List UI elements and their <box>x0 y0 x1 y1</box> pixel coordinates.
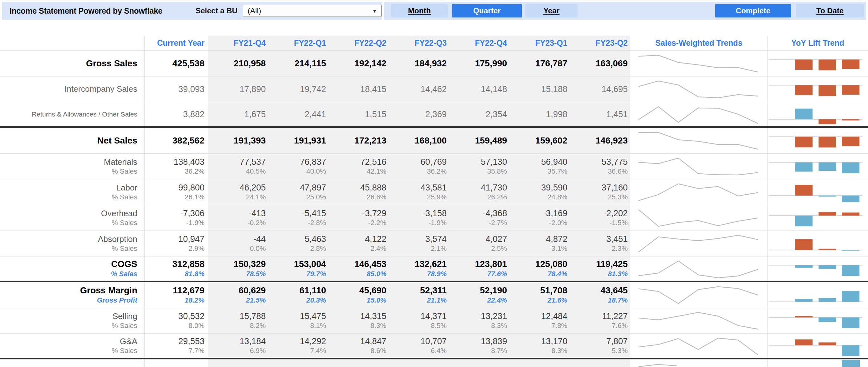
partial-next-row-yoy-bar <box>842 360 860 367</box>
quarter-pct: 7.4% <box>268 346 326 355</box>
quarter-value: 3,451 <box>570 234 628 244</box>
trend-sparkline <box>630 256 768 282</box>
quarter-value-cell: 60,76936.2% <box>389 154 449 179</box>
quarter-value-cell: 146,45385.0% <box>329 256 389 281</box>
quarter-value-cell: 2,441 <box>268 102 329 126</box>
row-label-cell: Selling% Sales <box>0 308 144 333</box>
trend-sparkline <box>630 179 768 205</box>
quarter-value-cell: -5,415-2.8% <box>268 205 329 230</box>
quarter-header: FY23-Q2 <box>570 38 630 48</box>
partial-next-row-sparkline <box>639 364 677 367</box>
current-year-value: 312,858 <box>144 259 205 270</box>
bu-select-label: Select a BU <box>195 2 238 20</box>
quarter-cells: 13,1846.9%14,2927.4%14,8478.6%10,7076.4%… <box>208 334 630 358</box>
quarter-header: FY22-Q3 <box>389 38 449 48</box>
quarter-value-cell: 77,53740.5% <box>208 154 268 179</box>
current-year-pct: 26.1% <box>144 193 205 202</box>
to-date-button[interactable]: To Date <box>796 4 864 18</box>
quarter-value-cell: 43,64518.7% <box>570 282 630 308</box>
income-statement-dashboard: Income Statement Powered by Snowflake Se… <box>0 0 868 367</box>
quarter-pct: 5.3% <box>570 346 628 355</box>
quarter-value: 163,069 <box>570 58 628 69</box>
quarter-value: 43,581 <box>389 182 447 193</box>
current-year-value: 382,562 <box>144 135 205 146</box>
quarter-cells: 46,20524.1%47,89725.0%45,88826.6%43,5812… <box>208 179 630 205</box>
quarter-cells: 1,6752,4411,5152,3692,3541,9981,451 <box>208 102 630 126</box>
current-year-value: -7,306 <box>144 208 205 219</box>
year-button[interactable]: Year <box>525 4 578 18</box>
quarter-value: 45,690 <box>329 285 386 296</box>
row-label: Returns & Allowances / Other Sales <box>0 110 137 118</box>
table-row: Selling% Sales30,5328.0%15,7888.2%15,475… <box>0 308 868 334</box>
complete-button[interactable]: Complete <box>715 4 791 18</box>
quarter-value-cell: 1,515 <box>329 102 389 126</box>
quarter-pct: 77.6% <box>449 270 507 278</box>
quarter-pct: 21.1% <box>389 296 447 305</box>
quarter-value: 210,958 <box>208 58 266 69</box>
quarter-value: 61,110 <box>268 285 326 296</box>
quarter-value: 125,080 <box>509 259 567 270</box>
quarter-value: 146,923 <box>570 135 628 146</box>
quarter-value-cell: 123,80177.6% <box>449 256 509 281</box>
sparkline-cell <box>630 205 768 230</box>
trend-sparkline <box>630 231 768 256</box>
quarter-pct: 35.8% <box>449 167 507 176</box>
yoy-bars-cell <box>768 179 868 205</box>
quarter-pct: -2.2% <box>329 219 386 227</box>
quarter-pct: 22.4% <box>449 296 507 305</box>
quarter-button[interactable]: Quarter <box>452 4 522 18</box>
quarter-value: 159,602 <box>509 135 567 146</box>
quarter-value: 72,516 <box>329 157 386 167</box>
quarter-value-cell: 2,354 <box>449 102 509 126</box>
month-button[interactable]: Month <box>391 4 447 18</box>
quarter-pct: 2.3% <box>570 244 628 253</box>
quarter-pct: 42.1% <box>329 167 386 176</box>
trend-sparkline <box>630 102 768 128</box>
quarter-pct: -2.8% <box>268 219 326 227</box>
quarter-value: 53,775 <box>570 157 628 167</box>
current-year-pct: 2.9% <box>144 244 205 253</box>
table-row: Absorption% Sales10,9472.9%-440.0%5,4632… <box>0 231 868 256</box>
quarter-value: 39,590 <box>509 182 567 193</box>
quarter-value-cell: -2,202-1.5% <box>570 205 630 230</box>
quarter-cells: 77,53740.5%76,83740.0%72,51642.1%60,7693… <box>208 154 630 179</box>
current-year-value: 30,532 <box>144 311 205 321</box>
quarter-value-cell: 14,462 <box>389 77 449 102</box>
quarter-value: -5,415 <box>268 208 326 219</box>
quarter-cells: 210,958214,115192,142184,932175,990176,7… <box>208 51 630 76</box>
quarter-value-cell: 5,4632.8% <box>268 231 329 256</box>
row-sublabel: % Sales <box>0 193 137 202</box>
current-year-cell: 29,5537.7% <box>144 334 208 358</box>
row-sublabel: % Sales <box>0 167 137 176</box>
quarter-value: 37,160 <box>570 182 628 193</box>
quarter-header: FY22-Q2 <box>329 38 389 48</box>
yoy-bar-chart <box>768 282 868 308</box>
sparkline-cell <box>630 128 768 153</box>
yoy-column-header: YoY Lift Trend <box>768 38 868 48</box>
quarter-value: 12,484 <box>509 311 567 321</box>
quarter-pct: 25.3% <box>570 193 628 202</box>
quarter-value-cell: 192,142 <box>329 51 389 76</box>
chevron-down-icon: ▼ <box>372 8 377 13</box>
quarter-pct: 7.8% <box>509 321 567 330</box>
quarter-value-cell: 15,188 <box>509 77 570 102</box>
quarter-value-cell: 13,1708.3% <box>509 334 570 358</box>
quarter-value: 14,315 <box>329 311 386 321</box>
quarter-value-cell: 43,58125.9% <box>389 179 449 205</box>
current-year-value: 39,093 <box>144 84 205 94</box>
yoy-bar-chart <box>768 102 868 128</box>
sparkline-cell <box>630 77 768 102</box>
row-sublabel: % Sales <box>0 321 137 330</box>
bu-dropdown[interactable]: (All) ▼ <box>243 5 382 17</box>
toolbar: Income Statement Powered by Snowflake Se… <box>2 2 866 20</box>
current-year-cell: 10,9472.9% <box>144 231 208 256</box>
yoy-bar-chart <box>768 77 868 102</box>
quarter-pct: 8.2% <box>208 321 266 330</box>
quarter-pct: -1.9% <box>389 219 447 227</box>
quarter-pct: 18.7% <box>570 296 628 305</box>
row-label: Intercompany Sales <box>0 84 137 94</box>
quarter-value-cell: 13,8398.7% <box>449 334 509 358</box>
quarter-value-cell: 14,8478.6% <box>329 334 389 358</box>
trend-sparkline <box>630 205 768 231</box>
yoy-bar-chart <box>768 128 868 154</box>
